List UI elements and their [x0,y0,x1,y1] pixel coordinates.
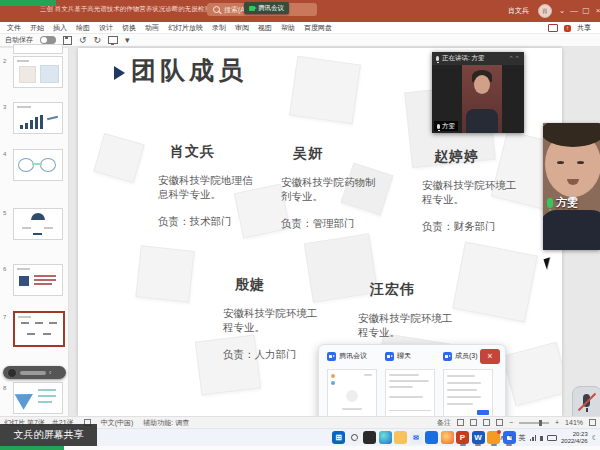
taskbar-icon-photos[interactable] [363,431,376,444]
normal-view-icon[interactable] [457,419,464,426]
speaker-window-header[interactable]: 正在讲话: 方雯 ⌃⌃ [432,52,524,65]
reading-view-icon[interactable] [483,419,490,426]
member-role: 负责：财务部门 [422,220,526,234]
slide-thumbnail-2[interactable] [13,56,63,88]
autosave-toggle[interactable] [40,36,56,44]
floating-collab-toolbar[interactable]: ‹ [3,366,66,379]
member-name: 肖文兵 [170,143,262,161]
language-indicator[interactable]: 中文(中国) [101,418,134,428]
notes-toggle[interactable]: 备注 [437,418,451,428]
tab-view[interactable]: 视图 [258,23,272,33]
preview-tab-meeting[interactable]: 腾讯会议 [327,351,367,361]
slide-thumbnail-1-partial[interactable] [13,44,63,54]
input-language-indicator[interactable]: 英 [519,433,526,443]
slide-thumbnail-8[interactable] [13,382,63,414]
slide-thumbnail-7-selected[interactable] [13,311,65,347]
ribbon-display-options-icon[interactable]: ⌄ [556,6,568,15]
notification-moon-icon[interactable]: ☾ [592,434,598,442]
account-username[interactable]: 肖文兵 [508,6,529,16]
taskbar-icon-search[interactable] [348,431,361,444]
tab-transitions[interactable]: 切换 [122,23,136,33]
accessibility-status[interactable]: 辅助功能: 调查 [143,418,189,428]
comments-icon[interactable] [548,24,558,32]
account-avatar[interactable]: 肖 [538,4,552,18]
tab-draw[interactable]: 绘图 [76,23,90,33]
tab-animations[interactable]: 动画 [145,23,159,33]
taskbar-icon-file-explorer[interactable] [394,431,407,444]
tab-baidu-netdisk[interactable]: 百度网盘 [304,23,332,33]
slide-sorter-view-icon[interactable] [470,419,477,426]
tab-help[interactable]: 帮助 [281,23,295,33]
tray-chevron-icon[interactable]: ∧ [500,434,505,442]
tab-insert[interactable]: 插入 [53,23,67,33]
deco-square [289,56,361,124]
thumb-number: 4 [3,151,6,157]
participant-hair [543,123,600,147]
thumb-number: 2 [3,58,6,64]
tab-review[interactable]: 审阅 [235,23,249,33]
member-desc: 安徽科技学院环境工程专业。 [422,178,526,206]
taskbar-icon-start[interactable]: ⊞ [332,431,345,444]
tab-slideshow[interactable]: 幻灯片放映 [168,23,203,33]
minimize-button[interactable]: — [568,6,580,15]
network-icon[interactable] [530,435,537,441]
preview-close-button[interactable]: × [480,349,500,364]
taskbar-icon-wechat-work[interactable] [487,431,500,444]
preview-window-meeting[interactable] [327,369,377,419]
zoom-slider[interactable] [519,422,549,424]
member-role: 负责：管理部门 [281,217,385,231]
slide-thumbnail-5[interactable] [13,208,63,240]
tab-design[interactable]: 设计 [99,23,113,33]
taskbar-clock[interactable]: 20:23 2022/4/26 [561,431,588,446]
speaker-video-window[interactable]: 正在讲话: 方雯 ⌃⌃ 方雯 [432,52,524,133]
microphone-active-icon [547,198,553,208]
microphone-stand [586,408,588,412]
tab-record[interactable]: 录制 [212,23,226,33]
participant-video-panel[interactable]: 方雯 [543,123,600,250]
search-icon [213,6,220,13]
battery-icon[interactable] [547,435,557,441]
maximize-button[interactable]: ▢ [580,6,592,15]
preview-window-chat[interactable] [385,369,435,419]
redo-icon[interactable]: ↻ [94,36,102,45]
tab-file[interactable]: 文件 [7,23,21,33]
preview-tab-chat[interactable]: 聊天 [385,351,411,361]
pen-icon[interactable]: ✎ [509,434,515,442]
undo-icon[interactable]: ↺ [79,36,87,45]
fit-to-window-icon[interactable] [589,419,596,426]
taskbar-icon-firefox[interactable] [441,431,454,444]
taskbar-icon-mail[interactable]: ✉ [410,431,423,444]
taskbar-icon-edge[interactable] [379,431,392,444]
thumb-number: 8 [3,385,6,391]
zoom-in-button[interactable]: + [555,419,559,426]
team-member-card[interactable]: 殷婕 安徽科技学院环境工程专业。 负责：人力部门 [223,276,327,362]
tencent-meeting-badge[interactable]: 腾讯会议 [244,2,289,14]
slideshow-view-icon[interactable] [496,419,503,426]
preview-tab-members[interactable]: 成员(3) [443,351,478,361]
team-member-card[interactable]: 肖文兵 安徽科技学院地理信息科学专业。 负责：技术部门 [158,143,262,229]
volume-icon[interactable] [540,436,543,441]
preview-button-blue [477,410,489,415]
tab-home[interactable]: 开始 [30,23,44,33]
slide-thumbnail-6[interactable] [13,264,63,296]
title-bullet-triangle [114,66,125,80]
share-button[interactable]: 共享 [577,23,591,33]
slide-thumbnail-4[interactable] [13,149,63,181]
taskbar-icon-powerpoint[interactable]: P [456,431,469,444]
team-member-card[interactable]: 赵婷婷 安徽科技学院环境工程专业。 负责：财务部门 [422,148,526,234]
tencent-meeting-icon [385,352,394,361]
preview-label: 聊天 [397,351,411,361]
preview-window-members[interactable] [443,369,493,419]
zoom-out-button[interactable]: − [509,419,513,426]
zoom-percentage[interactable]: 141% [565,419,583,426]
speaker-name: 方雯 [442,122,455,131]
save-icon[interactable] [63,36,72,45]
slide-title[interactable]: 团队成员 [131,54,247,87]
team-member-card[interactable]: 吴妍 安徽科技学院药物制剂专业。 负责：管理部门 [281,145,385,231]
qat-dropdown-icon[interactable]: ▾ [125,36,130,45]
start-slideshow-icon[interactable] [108,36,118,44]
taskbar-icon-word[interactable]: W [472,431,485,444]
taskbar-icon-store[interactable] [425,431,438,444]
close-button[interactable]: × [592,6,600,15]
slide-thumbnail-3[interactable] [13,102,63,134]
